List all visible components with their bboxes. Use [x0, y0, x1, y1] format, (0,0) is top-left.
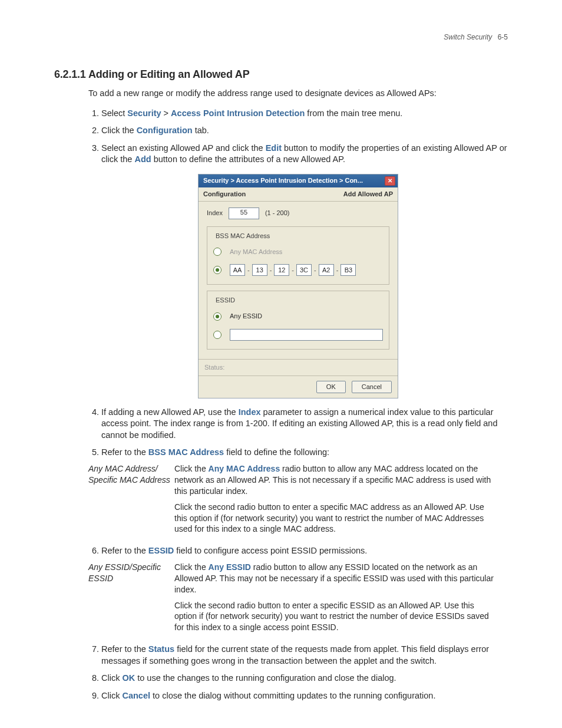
page-number: 6-5 — [498, 33, 508, 41]
dialog-sub-right: Add Allowed AP — [343, 190, 393, 199]
apid-link: Access Point Intrusion Detection — [171, 108, 305, 118]
index-label: Index — [207, 209, 223, 218]
bss-mac-field-label: BSS MAC Address — [148, 447, 224, 457]
essid-field-label: ESSID — [148, 546, 174, 555]
any-mac-radio[interactable] — [213, 248, 222, 256]
mac-byte-4[interactable]: 3C — [296, 264, 312, 276]
status-field-label: Status — [148, 644, 174, 654]
close-icon[interactable]: ✕ — [385, 176, 395, 186]
specific-essid-row — [213, 329, 383, 341]
dialog-sub-left: Configuration — [203, 190, 246, 199]
mac-def-term: Any MAC Address/ Specific MAC Address — [88, 463, 174, 539]
essid-legend: ESSID — [213, 296, 237, 305]
step-5: Refer to the BSS MAC Address field to de… — [101, 447, 508, 539]
essid-input[interactable] — [230, 329, 383, 341]
mac-def-body: Click the Any MAC Address radio button t… — [174, 463, 495, 539]
configuration-tab-label: Configuration — [137, 126, 193, 135]
index-input[interactable]: 55 — [229, 207, 259, 219]
security-link: Security — [127, 108, 161, 118]
step-8: Click OK to use the changes to the runni… — [101, 673, 508, 684]
add-allowed-ap-dialog: Security > Access Point Intrusion Detect… — [198, 174, 398, 398]
step-7: Refer to the Status field for the curren… — [101, 644, 508, 667]
mac-definition-table: Any MAC Address/ Specific MAC Address Cl… — [88, 463, 495, 539]
bss-mac-legend: BSS MAC Address — [213, 232, 272, 241]
specific-mac-row: AA - 13 - 12 - 3C - A2 — [213, 264, 383, 276]
cancel-button[interactable]: Cancel — [352, 381, 392, 393]
any-essid-radio[interactable] — [213, 312, 222, 321]
dialog-titlebar: Security > Access Point Intrusion Detect… — [199, 174, 398, 187]
ok-button[interactable]: OK — [316, 381, 346, 393]
specific-mac-radio[interactable] — [213, 266, 222, 274]
intro-text: To add a new range or modify the address… — [88, 88, 508, 100]
dialog-status: Status: — [199, 359, 398, 375]
dialog-footer: OK Cancel — [199, 375, 398, 398]
index-param-label: Index — [239, 407, 261, 417]
step-1: Select Security > Access Point Intrusion… — [101, 108, 508, 120]
dialog-title-text: Security > Access Point Intrusion Detect… — [203, 176, 363, 185]
step-9: Click Cancel to close the dialog without… — [101, 690, 508, 702]
ok-label: OK — [122, 673, 135, 683]
mac-byte-2[interactable]: 13 — [252, 264, 267, 276]
add-label: Add — [134, 154, 151, 164]
dialog-figure: Security > Access Point Intrusion Detect… — [88, 174, 508, 398]
bss-mac-fieldset: BSS MAC Address Any MAC Address AA — [207, 226, 389, 285]
essid-def-body: Click the Any ESSID radio button to allo… — [174, 562, 495, 638]
section-title: Adding or Editing an Allowed AP — [88, 68, 249, 80]
any-mac-row: Any MAC Address — [213, 248, 383, 256]
section-number: 6.2.1.1 — [54, 68, 88, 81]
header-title: Switch Security — [444, 33, 492, 41]
any-essid-row: Any ESSID — [213, 312, 383, 321]
mac-input-group: AA - 13 - 12 - 3C - A2 — [230, 264, 356, 276]
mac-byte-5[interactable]: A2 — [319, 264, 334, 276]
essid-definition-table: Any ESSID/Specific ESSID Click the Any E… — [88, 562, 495, 638]
status-label: Status: — [204, 364, 224, 371]
mac-byte-6[interactable]: B3 — [340, 264, 356, 276]
mac-byte-1[interactable]: AA — [230, 264, 245, 276]
dialog-subheader: Configuration Add Allowed AP — [199, 187, 398, 202]
essid-fieldset: ESSID Any ESSID — [207, 291, 389, 350]
cancel-label: Cancel — [122, 691, 150, 700]
index-row: Index 55 (1 - 200) — [207, 207, 389, 219]
running-header: Switch Security 6-5 — [54, 33, 508, 41]
step-2: Click the Configuration tab. — [101, 125, 508, 137]
edit-label: Edit — [266, 143, 282, 153]
essid-def-term: Any ESSID/Specific ESSID — [88, 562, 174, 638]
any-essid-label: Any ESSID — [230, 312, 262, 321]
step-6: Refer to the ESSID field to configure ac… — [101, 545, 508, 638]
index-hint: (1 - 200) — [265, 209, 290, 218]
section-heading: 6.2.1.1Adding or Editing an Allowed AP — [54, 68, 508, 81]
step-3: Select an existing Allowed AP and click … — [101, 143, 508, 398]
step-4: If adding a new Allowed AP, use the Inde… — [101, 407, 508, 442]
any-essid-label-ref: Any ESSID — [209, 562, 251, 572]
mac-byte-3[interactable]: 12 — [274, 264, 289, 276]
specific-essid-radio[interactable] — [213, 331, 222, 339]
any-mac-label: Any MAC Address — [230, 248, 282, 256]
any-mac-label-ref: Any MAC Address — [209, 464, 280, 473]
